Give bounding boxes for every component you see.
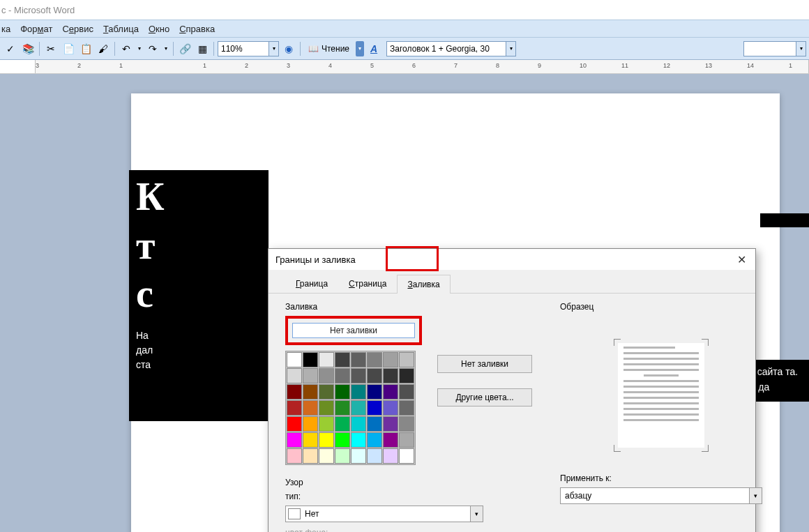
paste-icon[interactable]: 📋 [78, 41, 93, 56]
color-swatch[interactable] [287, 352, 302, 367]
zoom-combo[interactable]: ▾ [218, 41, 279, 56]
menu-item-window[interactable]: Окно [149, 24, 169, 34]
color-swatch[interactable] [383, 416, 398, 432]
color-swatch[interactable] [367, 416, 382, 432]
color-swatch[interactable] [351, 416, 366, 432]
ruler-number: 1 [203, 62, 206, 69]
spellcheck-icon[interactable]: ✓ [3, 41, 18, 56]
menu-item-partial[interactable]: ка [1, 24, 10, 34]
color-swatch[interactable] [351, 352, 366, 367]
color-swatch[interactable] [303, 384, 318, 400]
style-combo[interactable]: ▾ [386, 41, 516, 56]
tables-borders-icon[interactable]: ▦ [195, 41, 210, 56]
chevron-down-icon[interactable]: ▾ [470, 506, 483, 522]
color-swatch[interactable] [303, 352, 318, 367]
color-swatch[interactable] [399, 432, 414, 448]
color-swatch[interactable] [351, 400, 366, 416]
zoom-input[interactable] [218, 44, 269, 54]
color-swatch[interactable] [319, 448, 334, 464]
chevron-down-icon[interactable]: ▾ [506, 42, 515, 56]
color-swatch[interactable] [367, 352, 382, 367]
format-painter-icon[interactable]: 🖌 [96, 41, 111, 56]
color-swatch[interactable] [287, 400, 302, 416]
color-swatch[interactable] [367, 432, 382, 448]
color-swatch[interactable] [399, 384, 414, 400]
chevron-down-icon[interactable]: ▾ [749, 488, 762, 503]
color-swatch[interactable] [399, 448, 414, 464]
menu-item-tools[interactable]: Сервис [62, 24, 93, 34]
no-fill-side-button[interactable]: Нет заливки [437, 355, 532, 373]
color-swatch[interactable] [399, 416, 414, 432]
color-swatch[interactable] [287, 384, 302, 400]
color-swatch[interactable] [367, 384, 382, 400]
ruler[interactable]: 32112345678910111213141 [0, 60, 809, 74]
color-swatch[interactable] [383, 432, 398, 448]
color-swatch[interactable] [319, 416, 334, 432]
far-right-combo[interactable]: ▾ [743, 41, 806, 56]
redo-dropdown-icon[interactable]: ▾ [162, 41, 169, 56]
color-swatch[interactable] [399, 368, 414, 383]
color-swatch[interactable] [335, 368, 350, 383]
color-swatch[interactable] [303, 448, 318, 464]
color-swatch[interactable] [367, 448, 382, 464]
style-input[interactable] [387, 44, 506, 54]
color-swatch[interactable] [383, 384, 398, 400]
reading-mode-button[interactable]: 📖 Чтение [304, 41, 354, 56]
pattern-type-combo[interactable]: Нет ▾ [285, 506, 483, 522]
other-colors-button[interactable]: Другие цвета... [437, 388, 532, 406]
color-swatch[interactable] [335, 384, 350, 400]
color-swatch[interactable] [335, 400, 350, 416]
color-swatch[interactable] [383, 368, 398, 383]
color-swatch[interactable] [319, 432, 334, 448]
close-icon[interactable]: ✕ [734, 253, 748, 266]
color-swatch[interactable] [335, 432, 350, 448]
color-swatch[interactable] [303, 416, 318, 432]
color-swatch[interactable] [303, 400, 318, 416]
hyperlink-icon[interactable]: 🔗 [177, 41, 192, 56]
chevron-down-icon[interactable]: ▾ [269, 42, 278, 56]
color-swatch[interactable] [351, 432, 366, 448]
cut-icon[interactable]: ✂ [43, 41, 59, 56]
toolbar: ✓ 📚 ✂ 📄 📋 🖌 ↶ ▾ ↷ ▾ 🔗 ▦ ▾ ◉ 📖 Чтение ▾ А… [0, 38, 809, 60]
undo-icon[interactable]: ↶ [119, 41, 134, 56]
color-swatch[interactable] [351, 448, 366, 464]
help-icon[interactable]: ◉ [281, 41, 296, 56]
color-swatch[interactable] [383, 400, 398, 416]
menu-item-table[interactable]: Таблица [103, 24, 139, 34]
color-swatch[interactable] [287, 416, 302, 432]
no-fill-button[interactable]: Нет заливки [292, 323, 415, 338]
chevron-down-icon[interactable]: ▾ [796, 42, 806, 56]
color-swatch[interactable] [399, 352, 414, 367]
menu-item-help[interactable]: Справка [179, 24, 215, 34]
color-swatch[interactable] [319, 368, 334, 383]
color-swatch[interactable] [335, 352, 350, 367]
reading-dropdown[interactable]: ▾ [356, 41, 364, 56]
research-icon[interactable]: 📚 [20, 41, 36, 56]
styles-icon[interactable]: А [366, 41, 381, 56]
color-swatch[interactable] [351, 384, 366, 400]
color-swatch[interactable] [351, 368, 366, 383]
color-swatch[interactable] [303, 432, 318, 448]
tab-fill[interactable]: Заливка [397, 275, 450, 294]
tab-border[interactable]: Граница [285, 274, 338, 293]
tab-page[interactable]: Страница [338, 274, 397, 293]
color-swatch[interactable] [383, 448, 398, 464]
color-swatch[interactable] [287, 448, 302, 464]
color-swatch[interactable] [335, 416, 350, 432]
color-swatch[interactable] [399, 400, 414, 416]
color-swatch[interactable] [319, 400, 334, 416]
color-swatch[interactable] [303, 368, 318, 383]
apply-to-combo[interactable]: абзацу ▾ [560, 487, 762, 504]
color-swatch[interactable] [383, 352, 398, 367]
color-swatch[interactable] [287, 432, 302, 448]
copy-icon[interactable]: 📄 [61, 41, 76, 56]
color-swatch[interactable] [287, 368, 302, 383]
color-swatch[interactable] [335, 448, 350, 464]
undo-dropdown-icon[interactable]: ▾ [136, 41, 143, 56]
color-swatch[interactable] [319, 384, 334, 400]
color-swatch[interactable] [319, 352, 334, 367]
color-swatch[interactable] [367, 368, 382, 383]
menu-item-format[interactable]: Формат [20, 24, 52, 34]
redo-icon[interactable]: ↷ [145, 41, 160, 56]
color-swatch[interactable] [367, 400, 382, 416]
